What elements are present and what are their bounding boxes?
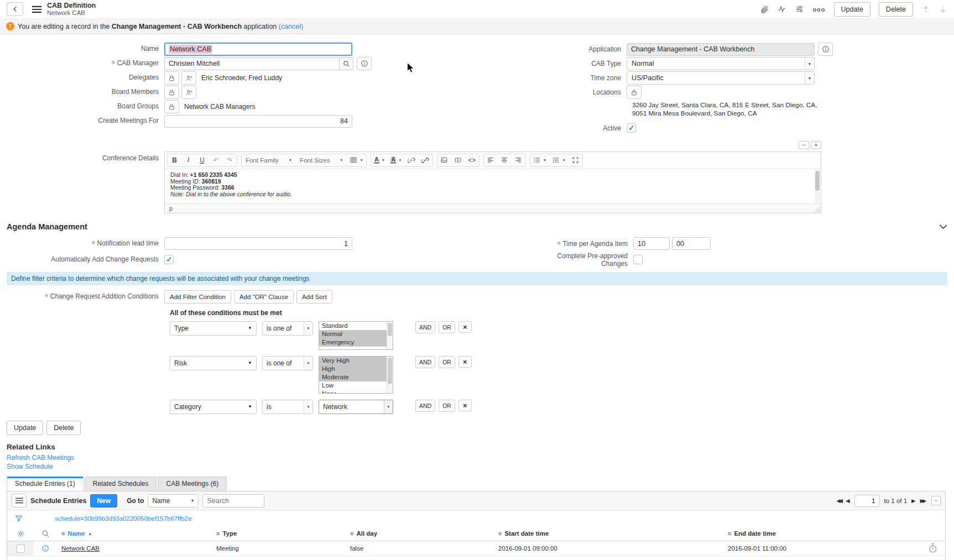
multiselect-option[interactable]: None bbox=[319, 390, 393, 394]
undo-button[interactable]: ↶ bbox=[209, 154, 223, 166]
previous-page-button[interactable]: ◀ bbox=[846, 498, 849, 504]
remove-condition-button[interactable]: × bbox=[458, 400, 472, 411]
chevron-down-icon[interactable] bbox=[939, 224, 947, 229]
agenda-management-section-header[interactable]: Agenda Management bbox=[7, 222, 947, 231]
element-path[interactable]: p bbox=[169, 205, 173, 212]
complete-preapproved-checkbox[interactable] bbox=[633, 255, 643, 264]
cab-manager-lookup-button[interactable] bbox=[339, 57, 353, 70]
board-members-lock-button[interactable] bbox=[164, 86, 179, 99]
editor-content[interactable]: Dial In: +1 650 2335 4345 Meeting ID: 36… bbox=[165, 169, 821, 203]
application-preview-button[interactable] bbox=[818, 43, 833, 56]
insert-link-button[interactable] bbox=[405, 154, 419, 166]
multiselect-scrollbar[interactable] bbox=[387, 357, 393, 393]
editor-scrollbar[interactable] bbox=[815, 170, 820, 203]
text-color-dropdown[interactable]: A▼ bbox=[371, 154, 388, 166]
italic-button[interactable]: I bbox=[181, 154, 195, 166]
time-per-item-minutes-input[interactable] bbox=[633, 237, 670, 250]
attachment-icon[interactable] bbox=[760, 5, 769, 14]
name-input[interactable]: Network CAB bbox=[164, 43, 352, 56]
next-page-button[interactable]: ▶ bbox=[911, 498, 915, 504]
and-button[interactable]: AND bbox=[415, 400, 435, 412]
multiselect-scrollbar[interactable] bbox=[387, 322, 393, 349]
cab-manager-input[interactable] bbox=[164, 57, 339, 70]
align-right-button[interactable] bbox=[512, 154, 525, 166]
new-button[interactable]: New bbox=[90, 494, 117, 507]
condition-operator-select[interactable]: is one of▼ bbox=[262, 356, 313, 370]
list-context-menu-button[interactable] bbox=[12, 494, 27, 507]
tab-related-schedules[interactable]: Related Schedules bbox=[85, 477, 157, 491]
delete-button[interactable]: Delete bbox=[879, 2, 913, 17]
condition-field-select[interactable]: Risk▼ bbox=[170, 356, 257, 370]
multiselect-option[interactable]: Normal bbox=[319, 330, 393, 338]
bold-button[interactable]: B bbox=[168, 154, 181, 166]
activity-stream-icon[interactable] bbox=[777, 5, 786, 13]
condition-value-multiselect[interactable]: Very High High Moderate Low None bbox=[319, 356, 393, 394]
tab-cab-meetings[interactable]: CAB Meetings (6) bbox=[158, 477, 227, 491]
response-time-icon[interactable] bbox=[928, 543, 937, 553]
resize-grip-icon[interactable] bbox=[814, 206, 820, 212]
cancel-edit-link[interactable]: (cancel) bbox=[279, 23, 303, 30]
conference-details-editor[interactable]: B I U ↶ ↷ Font Family ▼ Font Sizes ▼ ▼ bbox=[164, 151, 821, 213]
table-dropdown[interactable]: ▼ bbox=[347, 154, 366, 166]
row-preview-button[interactable] bbox=[34, 545, 57, 552]
and-button[interactable]: AND bbox=[415, 356, 435, 368]
remove-condition-button[interactable]: × bbox=[458, 321, 472, 333]
column-header-start[interactable]: ≡Start date time bbox=[494, 530, 723, 537]
active-checkbox[interactable] bbox=[627, 123, 636, 133]
time-per-item-seconds-input[interactable] bbox=[672, 237, 711, 250]
underline-button[interactable]: U bbox=[195, 154, 209, 166]
row-name-link[interactable]: Network CAB bbox=[61, 545, 100, 552]
delete-button-bottom[interactable]: Delete bbox=[46, 421, 81, 435]
collapse-list-button[interactable]: − bbox=[931, 496, 941, 505]
numbered-list-dropdown[interactable]: ▼ bbox=[549, 154, 568, 166]
fullscreen-button[interactable] bbox=[569, 154, 582, 166]
and-button[interactable]: AND bbox=[415, 321, 435, 333]
refresh-cab-meetings-link[interactable]: Refresh CAB Meetings bbox=[7, 453, 947, 462]
editor-expand-button[interactable]: + bbox=[811, 141, 821, 149]
condition-field-select[interactable]: Type▼ bbox=[170, 321, 257, 336]
column-header-name[interactable]: ≡ Name ▲ bbox=[57, 530, 212, 537]
last-page-button[interactable]: ▶▶ bbox=[920, 498, 925, 504]
delegates-add-user-button[interactable] bbox=[181, 71, 196, 85]
source-code-button[interactable]: <> bbox=[465, 154, 479, 166]
add-sort-button[interactable]: Add Sort bbox=[296, 290, 332, 303]
notification-lead-time-input[interactable] bbox=[164, 237, 352, 250]
background-color-dropdown[interactable]: A▼ bbox=[388, 154, 404, 166]
redo-button[interactable]: ↷ bbox=[223, 154, 237, 166]
locations-lock-button[interactable] bbox=[627, 86, 642, 99]
insert-video-button[interactable] bbox=[451, 154, 465, 166]
or-button[interactable]: OR bbox=[439, 356, 455, 368]
condition-field-select[interactable]: Category▼ bbox=[170, 400, 257, 414]
multiselect-option[interactable]: High bbox=[319, 365, 393, 373]
multiselect-option[interactable]: Moderate bbox=[319, 373, 393, 381]
back-button[interactable] bbox=[7, 2, 23, 16]
page-number-input[interactable] bbox=[854, 495, 880, 507]
cab-type-select[interactable]: Normal ▼ bbox=[627, 57, 815, 70]
add-or-clause-button[interactable]: Add "OR" Clause bbox=[234, 290, 294, 303]
bullet-list-dropdown[interactable]: ▼ bbox=[530, 154, 549, 166]
time-zone-select[interactable]: US/Pacific ▼ bbox=[627, 71, 815, 85]
or-button[interactable]: OR bbox=[439, 400, 455, 412]
list-personalize-button[interactable] bbox=[7, 530, 34, 538]
personalize-form-icon[interactable] bbox=[795, 5, 804, 13]
align-center-button[interactable] bbox=[498, 154, 512, 166]
delegates-lock-button[interactable] bbox=[164, 71, 179, 85]
multiselect-option[interactable]: Very High bbox=[319, 357, 393, 365]
font-sizes-dropdown[interactable]: Font Sizes ▼ bbox=[296, 154, 347, 166]
goto-field-select[interactable]: Name▼ bbox=[148, 494, 199, 507]
condition-operator-select[interactable]: is▼ bbox=[262, 400, 313, 414]
row-checkbox[interactable] bbox=[17, 545, 25, 553]
remove-condition-button[interactable]: × bbox=[458, 356, 472, 368]
filter-breadcrumb-link[interactable]: schedule=30b99b3d93a0220050bef157b67ffb2… bbox=[55, 515, 192, 522]
insert-image-button[interactable] bbox=[437, 154, 451, 166]
list-search-input[interactable] bbox=[202, 494, 264, 507]
next-record-icon[interactable] bbox=[939, 5, 947, 14]
font-family-dropdown[interactable]: Font Family ▼ bbox=[242, 154, 296, 166]
more-options-icon[interactable]: ooo bbox=[812, 6, 825, 13]
create-meetings-for-input[interactable] bbox=[164, 115, 352, 128]
column-header-type[interactable]: ≡Type bbox=[212, 530, 346, 537]
board-members-add-user-button[interactable] bbox=[181, 86, 196, 99]
update-button-bottom[interactable]: Update bbox=[7, 421, 43, 435]
align-left-button[interactable] bbox=[484, 154, 498, 166]
list-search-button[interactable] bbox=[34, 530, 57, 538]
